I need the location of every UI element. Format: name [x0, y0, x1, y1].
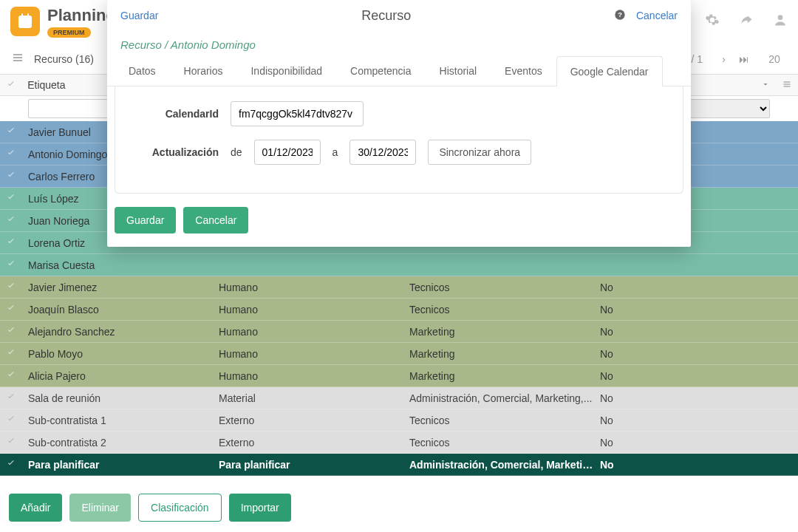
row-check-icon[interactable] [0, 148, 22, 160]
row-type: Externo [213, 415, 403, 426]
tab-historial[interactable]: Historial [426, 55, 491, 86]
row-label: Javier Jimenez [22, 282, 213, 293]
row-label: Marisa Cuesta [22, 259, 213, 271]
row-service: Administración, Comercial, Marketing,... [403, 459, 594, 471]
row-type: Humano [213, 326, 403, 338]
modal-actions: Guardar Cancelar [107, 207, 691, 247]
brand-name: Planning [47, 6, 116, 25]
row-check-icon[interactable] [0, 214, 22, 227]
modal-cancel-link[interactable]: Cancelar [636, 10, 678, 21]
user-icon[interactable] [773, 13, 788, 31]
table-row[interactable]: Sala de reuniónMaterialAdministración, C… [0, 387, 798, 409]
classify-button[interactable]: Clasificación [138, 494, 222, 522]
tab-competencia[interactable]: Competencia [336, 55, 426, 86]
add-button[interactable]: Añadir [9, 494, 62, 522]
row-type: Externo [213, 437, 403, 449]
tab-datos[interactable]: Datos [115, 55, 170, 86]
row-service: Marketing [403, 326, 594, 338]
svg-rect-10 [784, 86, 791, 87]
row-check-icon[interactable] [0, 170, 22, 183]
row-check-icon[interactable] [0, 126, 22, 138]
brand-icon [10, 7, 40, 36]
svg-rect-9 [784, 84, 791, 85]
date-to-input[interactable] [349, 140, 416, 165]
tab-indisponibilidad[interactable]: Indisponibilidad [236, 55, 336, 86]
a-label: a [332, 146, 338, 158]
brand: Planning PREMIUM [10, 6, 116, 38]
modal-header: Guardar Recurso ? Cancelar [107, 0, 691, 31]
import-button[interactable]: Importar [229, 494, 291, 522]
date-from-input[interactable] [254, 140, 321, 165]
sync-now-button[interactable]: Sincronizar ahora [428, 140, 531, 165]
svg-point-4 [778, 15, 783, 20]
modal-breadcrumb: Recurso / Antonio Domingo [107, 31, 691, 55]
row-type: Para planificar [213, 459, 403, 471]
row-check-icon[interactable] [0, 392, 22, 404]
svg-rect-1 [21, 13, 23, 17]
row-check-icon[interactable] [0, 369, 22, 382]
delete-button[interactable]: Eliminar [69, 494, 131, 522]
row-bool: No [594, 282, 776, 293]
pager-next-icon[interactable]: › [722, 53, 726, 65]
row-check-icon[interactable] [0, 303, 22, 316]
row-check-icon[interactable] [0, 325, 22, 338]
row-service: Marketing [403, 370, 594, 382]
table-row[interactable]: Alejandro SanchezHumanoMarketingNo [0, 321, 798, 343]
select-all-checkbox[interactable] [0, 79, 21, 92]
row-bool: No [594, 415, 776, 426]
row-service: Administración, Comercial, Marketing,... [403, 392, 594, 404]
modal-cancel-button[interactable]: Cancelar [183, 207, 248, 233]
svg-rect-6 [13, 57, 22, 58]
row-check-icon[interactable] [0, 192, 22, 205]
row-bool: No [594, 459, 776, 471]
grid-footer: Añadir Eliminar Clasificación Importar [0, 483, 798, 532]
row-check-icon[interactable] [0, 347, 22, 360]
resource-modal: Guardar Recurso ? Cancelar Recurso / Ant… [107, 0, 691, 247]
tab-horarios[interactable]: Horarios [170, 55, 237, 86]
row-bool: No [594, 326, 776, 338]
modal-save-link[interactable]: Guardar [120, 10, 158, 21]
collapse-icon[interactable] [755, 79, 777, 91]
help-icon[interactable]: ? [614, 9, 626, 23]
row-check-icon[interactable] [0, 436, 22, 449]
row-service: Tecnicos [403, 304, 594, 316]
table-row[interactable]: Javier JimenezHumanoTecnicosNo [0, 276, 798, 299]
column-menu-icon[interactable] [777, 79, 798, 91]
row-type: Humano [213, 370, 403, 382]
row-check-icon[interactable] [0, 458, 22, 471]
table-row[interactable]: Para planificarPara planificarAdministra… [0, 454, 798, 476]
row-bool: No [594, 370, 776, 382]
row-bool: No [594, 304, 776, 316]
menu-icon[interactable] [12, 52, 24, 67]
table-row[interactable]: Sub-contratista 2ExternoTecnicosNo [0, 432, 798, 454]
share-icon[interactable] [739, 13, 754, 31]
row-type: Humano [213, 304, 403, 316]
tab-eventos[interactable]: Eventos [491, 55, 556, 86]
table-row[interactable]: Joaquín BlascoHumanoTecnicosNo [0, 299, 798, 321]
row-service: Tecnicos [403, 437, 594, 449]
modal-title: Recurso [158, 8, 614, 24]
google-calendar-panel: CalendarId Actualización de a Sincroniza… [115, 86, 683, 194]
table-row[interactable]: Sub-contratista 1ExternoTecnicosNo [0, 409, 798, 432]
row-check-icon[interactable] [0, 259, 22, 271]
svg-text:?: ? [618, 11, 622, 18]
calendar-id-input[interactable] [231, 101, 364, 126]
row-label: Sala de reunión [22, 392, 213, 404]
row-check-icon[interactable] [0, 236, 22, 249]
table-row[interactable]: Marisa Cuesta [0, 254, 798, 276]
brand-tier: PREMIUM [47, 27, 91, 38]
row-service: Tecnicos [403, 415, 594, 426]
row-type: Humano [213, 282, 403, 293]
tab-google-calendar[interactable]: Google Calendar [556, 56, 663, 86]
row-label: Pablo Moyo [22, 348, 213, 360]
gear-icon[interactable] [705, 13, 720, 31]
svg-rect-7 [13, 60, 22, 61]
svg-rect-8 [784, 82, 791, 83]
table-row[interactable]: Pablo MoyoHumanoMarketingNo [0, 343, 798, 365]
pager-last-icon[interactable]: ⏭ [739, 53, 749, 65]
row-check-icon[interactable] [0, 281, 22, 293]
row-label: Alejandro Sanchez [22, 326, 213, 338]
row-check-icon[interactable] [0, 414, 22, 426]
modal-save-button[interactable]: Guardar [115, 207, 176, 233]
table-row[interactable]: Alicia PajeroHumanoMarketingNo [0, 365, 798, 387]
